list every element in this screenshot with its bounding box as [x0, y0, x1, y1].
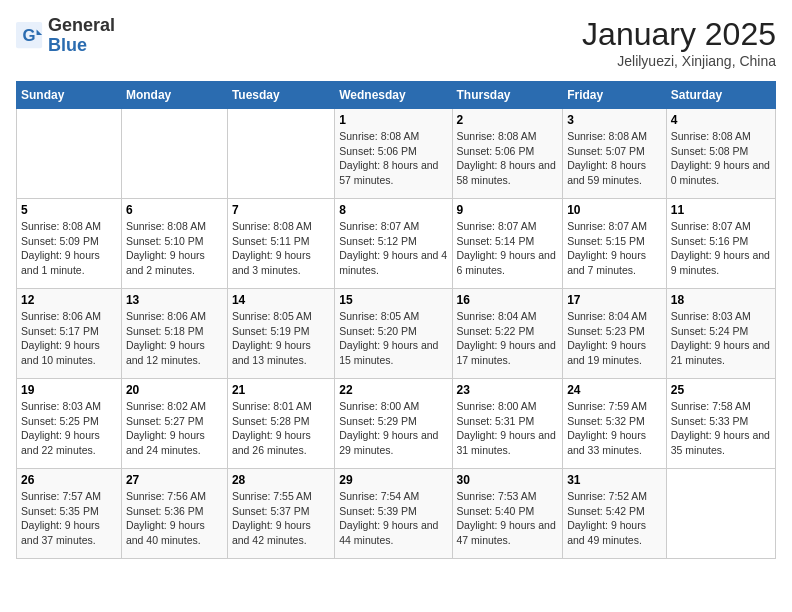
calendar-cell: 7Sunrise: 8:08 AM Sunset: 5:11 PM Daylig…: [227, 199, 334, 289]
logo-blue-text: Blue: [48, 35, 87, 55]
day-info: Sunrise: 8:00 AM Sunset: 5:29 PM Dayligh…: [339, 399, 447, 458]
day-info: Sunrise: 7:54 AM Sunset: 5:39 PM Dayligh…: [339, 489, 447, 548]
calendar-cell: 21Sunrise: 8:01 AM Sunset: 5:28 PM Dayli…: [227, 379, 334, 469]
day-info: Sunrise: 8:05 AM Sunset: 5:19 PM Dayligh…: [232, 309, 330, 368]
day-info: Sunrise: 8:00 AM Sunset: 5:31 PM Dayligh…: [457, 399, 559, 458]
calendar-cell: 16Sunrise: 8:04 AM Sunset: 5:22 PM Dayli…: [452, 289, 563, 379]
day-info: Sunrise: 8:08 AM Sunset: 5:09 PM Dayligh…: [21, 219, 117, 278]
calendar-cell: 17Sunrise: 8:04 AM Sunset: 5:23 PM Dayli…: [563, 289, 667, 379]
calendar-week-2: 5Sunrise: 8:08 AM Sunset: 5:09 PM Daylig…: [17, 199, 776, 289]
day-number: 18: [671, 293, 771, 307]
calendar-cell: [666, 469, 775, 559]
day-number: 12: [21, 293, 117, 307]
day-number: 9: [457, 203, 559, 217]
calendar-week-5: 26Sunrise: 7:57 AM Sunset: 5:35 PM Dayli…: [17, 469, 776, 559]
calendar-cell: 15Sunrise: 8:05 AM Sunset: 5:20 PM Dayli…: [335, 289, 452, 379]
calendar-header: SundayMondayTuesdayWednesdayThursdayFrid…: [17, 82, 776, 109]
weekday-header-wednesday: Wednesday: [335, 82, 452, 109]
calendar-cell: 3Sunrise: 8:08 AM Sunset: 5:07 PM Daylig…: [563, 109, 667, 199]
calendar-title: January 2025: [582, 16, 776, 53]
calendar-cell: 23Sunrise: 8:00 AM Sunset: 5:31 PM Dayli…: [452, 379, 563, 469]
title-block: January 2025 Jelilyuezi, Xinjiang, China: [582, 16, 776, 69]
day-number: 20: [126, 383, 223, 397]
calendar-cell: 4Sunrise: 8:08 AM Sunset: 5:08 PM Daylig…: [666, 109, 775, 199]
day-info: Sunrise: 7:55 AM Sunset: 5:37 PM Dayligh…: [232, 489, 330, 548]
day-number: 4: [671, 113, 771, 127]
calendar-cell: 13Sunrise: 8:06 AM Sunset: 5:18 PM Dayli…: [121, 289, 227, 379]
day-info: Sunrise: 8:08 AM Sunset: 5:06 PM Dayligh…: [339, 129, 447, 188]
calendar-cell: 20Sunrise: 8:02 AM Sunset: 5:27 PM Dayli…: [121, 379, 227, 469]
calendar-cell: 5Sunrise: 8:08 AM Sunset: 5:09 PM Daylig…: [17, 199, 122, 289]
calendar-cell: 30Sunrise: 7:53 AM Sunset: 5:40 PM Dayli…: [452, 469, 563, 559]
weekday-header-friday: Friday: [563, 82, 667, 109]
day-number: 31: [567, 473, 662, 487]
day-number: 15: [339, 293, 447, 307]
day-number: 24: [567, 383, 662, 397]
day-info: Sunrise: 8:08 AM Sunset: 5:10 PM Dayligh…: [126, 219, 223, 278]
day-number: 10: [567, 203, 662, 217]
day-info: Sunrise: 8:07 AM Sunset: 5:12 PM Dayligh…: [339, 219, 447, 278]
day-info: Sunrise: 8:08 AM Sunset: 5:08 PM Dayligh…: [671, 129, 771, 188]
weekday-header-saturday: Saturday: [666, 82, 775, 109]
day-info: Sunrise: 8:08 AM Sunset: 5:06 PM Dayligh…: [457, 129, 559, 188]
day-number: 1: [339, 113, 447, 127]
logo-general-text: General: [48, 15, 115, 35]
calendar-cell: 18Sunrise: 8:03 AM Sunset: 5:24 PM Dayli…: [666, 289, 775, 379]
day-info: Sunrise: 8:05 AM Sunset: 5:20 PM Dayligh…: [339, 309, 447, 368]
day-number: 23: [457, 383, 559, 397]
calendar-cell: 8Sunrise: 8:07 AM Sunset: 5:12 PM Daylig…: [335, 199, 452, 289]
calendar-cell: 27Sunrise: 7:56 AM Sunset: 5:36 PM Dayli…: [121, 469, 227, 559]
weekday-header-monday: Monday: [121, 82, 227, 109]
calendar-cell: 10Sunrise: 8:07 AM Sunset: 5:15 PM Dayli…: [563, 199, 667, 289]
calendar-cell: [17, 109, 122, 199]
weekday-header-sunday: Sunday: [17, 82, 122, 109]
day-number: 6: [126, 203, 223, 217]
day-number: 2: [457, 113, 559, 127]
calendar-cell: 31Sunrise: 7:52 AM Sunset: 5:42 PM Dayli…: [563, 469, 667, 559]
calendar-cell: 1Sunrise: 8:08 AM Sunset: 5:06 PM Daylig…: [335, 109, 452, 199]
calendar-cell: 6Sunrise: 8:08 AM Sunset: 5:10 PM Daylig…: [121, 199, 227, 289]
day-info: Sunrise: 8:08 AM Sunset: 5:07 PM Dayligh…: [567, 129, 662, 188]
day-number: 19: [21, 383, 117, 397]
day-number: 17: [567, 293, 662, 307]
day-info: Sunrise: 7:53 AM Sunset: 5:40 PM Dayligh…: [457, 489, 559, 548]
day-number: 8: [339, 203, 447, 217]
calendar-subtitle: Jelilyuezi, Xinjiang, China: [582, 53, 776, 69]
day-info: Sunrise: 7:57 AM Sunset: 5:35 PM Dayligh…: [21, 489, 117, 548]
day-info: Sunrise: 7:52 AM Sunset: 5:42 PM Dayligh…: [567, 489, 662, 548]
svg-text:G: G: [23, 25, 36, 44]
day-number: 29: [339, 473, 447, 487]
weekday-header-thursday: Thursday: [452, 82, 563, 109]
logo: G General Blue: [16, 16, 115, 56]
day-info: Sunrise: 8:04 AM Sunset: 5:23 PM Dayligh…: [567, 309, 662, 368]
day-info: Sunrise: 7:56 AM Sunset: 5:36 PM Dayligh…: [126, 489, 223, 548]
calendar-body: 1Sunrise: 8:08 AM Sunset: 5:06 PM Daylig…: [17, 109, 776, 559]
day-number: 13: [126, 293, 223, 307]
calendar-cell: 25Sunrise: 7:58 AM Sunset: 5:33 PM Dayli…: [666, 379, 775, 469]
calendar-cell: 11Sunrise: 8:07 AM Sunset: 5:16 PM Dayli…: [666, 199, 775, 289]
day-number: 28: [232, 473, 330, 487]
day-info: Sunrise: 7:59 AM Sunset: 5:32 PM Dayligh…: [567, 399, 662, 458]
calendar-cell: 12Sunrise: 8:06 AM Sunset: 5:17 PM Dayli…: [17, 289, 122, 379]
day-info: Sunrise: 8:06 AM Sunset: 5:18 PM Dayligh…: [126, 309, 223, 368]
page-header: G General Blue January 2025 Jelilyuezi, …: [16, 16, 776, 69]
day-info: Sunrise: 8:03 AM Sunset: 5:24 PM Dayligh…: [671, 309, 771, 368]
day-info: Sunrise: 7:58 AM Sunset: 5:33 PM Dayligh…: [671, 399, 771, 458]
calendar-cell: 28Sunrise: 7:55 AM Sunset: 5:37 PM Dayli…: [227, 469, 334, 559]
day-number: 22: [339, 383, 447, 397]
day-number: 21: [232, 383, 330, 397]
calendar-table: SundayMondayTuesdayWednesdayThursdayFrid…: [16, 81, 776, 559]
day-info: Sunrise: 8:01 AM Sunset: 5:28 PM Dayligh…: [232, 399, 330, 458]
day-info: Sunrise: 8:04 AM Sunset: 5:22 PM Dayligh…: [457, 309, 559, 368]
day-info: Sunrise: 8:07 AM Sunset: 5:14 PM Dayligh…: [457, 219, 559, 278]
calendar-week-1: 1Sunrise: 8:08 AM Sunset: 5:06 PM Daylig…: [17, 109, 776, 199]
calendar-cell: 22Sunrise: 8:00 AM Sunset: 5:29 PM Dayli…: [335, 379, 452, 469]
day-number: 7: [232, 203, 330, 217]
day-number: 26: [21, 473, 117, 487]
calendar-cell: [121, 109, 227, 199]
day-number: 3: [567, 113, 662, 127]
day-info: Sunrise: 8:02 AM Sunset: 5:27 PM Dayligh…: [126, 399, 223, 458]
calendar-cell: [227, 109, 334, 199]
calendar-cell: 29Sunrise: 7:54 AM Sunset: 5:39 PM Dayli…: [335, 469, 452, 559]
day-number: 16: [457, 293, 559, 307]
